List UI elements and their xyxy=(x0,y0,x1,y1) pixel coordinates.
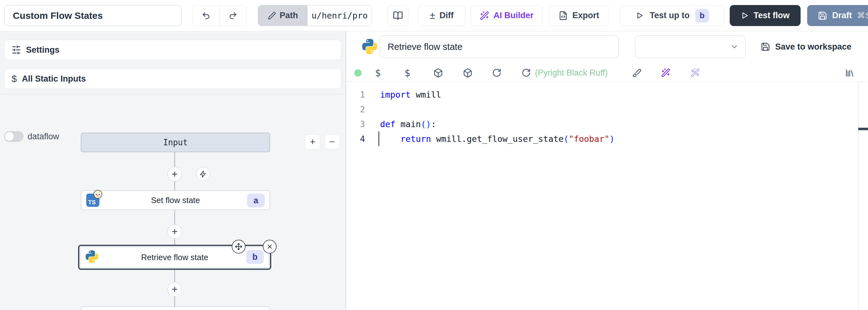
package-button[interactable] xyxy=(433,64,443,81)
code-line[interactable]: import wmill xyxy=(380,87,441,102)
export-label: Export xyxy=(572,11,599,20)
node-retrieve-flow-state-label: Retrieve flow state xyxy=(141,253,208,262)
zap-icon xyxy=(199,170,207,178)
step-name-input[interactable]: Retrieve flow state xyxy=(380,35,619,58)
package-icon xyxy=(463,68,472,78)
draft-save-button[interactable]: Draft ⌘S xyxy=(807,5,868,26)
play-icon xyxy=(636,11,644,20)
brush-icon xyxy=(632,68,642,78)
line-number: 4 xyxy=(346,132,365,146)
node-input[interactable]: Input xyxy=(81,133,270,152)
insert-step-button[interactable] xyxy=(167,167,182,181)
bun-runtime-icon xyxy=(93,190,102,199)
rotate-cw-icon xyxy=(522,68,531,78)
ai-builder-button[interactable]: AI Builder xyxy=(471,5,542,26)
path-value[interactable]: u/henri/pro xyxy=(308,5,372,26)
all-static-inputs-label: All Static Inputs xyxy=(22,74,86,84)
ai-builder-label: AI Builder xyxy=(494,11,534,20)
line-number: 3 xyxy=(346,117,365,132)
undo-icon xyxy=(202,11,210,20)
node-retrieve-flow-state-id-badge: b xyxy=(246,250,264,264)
insert-step-button[interactable] xyxy=(167,224,182,239)
node-result[interactable]: Result xyxy=(81,307,270,310)
move-node-button[interactable] xyxy=(232,240,246,254)
python-icon xyxy=(362,39,377,54)
code-editor[interactable]: 1234 import wmilldef main(): return wmil… xyxy=(346,81,868,310)
settings-button[interactable]: Settings xyxy=(4,40,341,60)
flow-title-value: Custom Flow States xyxy=(13,10,103,21)
plus-icon xyxy=(171,285,179,293)
package-icon xyxy=(433,68,443,78)
book-open-icon xyxy=(393,11,403,21)
node-input-label: Input xyxy=(163,138,188,147)
scrollbar-track[interactable] xyxy=(858,82,859,310)
script-version-select[interactable] xyxy=(635,35,745,58)
ai-assist-button[interactable] xyxy=(661,64,671,81)
package-button[interactable] xyxy=(463,64,472,81)
dollar-icon: $ xyxy=(11,74,17,84)
python-icon xyxy=(86,250,98,263)
save-icon xyxy=(761,42,770,52)
dollar-icon: $ xyxy=(375,67,381,79)
sliders-icon xyxy=(11,45,21,55)
docs-button[interactable] xyxy=(388,5,408,26)
save-to-workspace-label: Save to workspace xyxy=(775,42,851,52)
code-line[interactable]: def main(): xyxy=(380,117,436,132)
dataflow-toggle[interactable] xyxy=(4,131,24,142)
undo-redo-group xyxy=(192,5,247,26)
resources-button[interactable]: $ xyxy=(405,64,410,81)
reload-button[interactable] xyxy=(522,64,531,81)
wand-off-icon xyxy=(690,68,700,78)
graph-zoom-in-button[interactable]: + xyxy=(305,134,320,149)
test-up-to-label: Test up to xyxy=(650,11,689,20)
status-dot xyxy=(354,64,362,81)
reload-button[interactable] xyxy=(492,64,501,81)
test-flow-button[interactable]: Test flow xyxy=(730,5,801,26)
library-button[interactable] xyxy=(845,64,855,81)
test-up-to-button[interactable]: Test up to b xyxy=(620,5,724,26)
add-trigger-button[interactable] xyxy=(196,167,210,181)
code-assistants-label: (Pyright Black Ruff) xyxy=(535,64,608,81)
plus-icon xyxy=(171,228,179,235)
wand-sparkles-icon xyxy=(661,68,671,78)
save-to-workspace-button[interactable]: Save to workspace xyxy=(761,38,851,55)
node-set-flow-state-id-badge: a xyxy=(247,194,265,207)
chevron-down-icon xyxy=(730,43,739,51)
test-flow-label: Test flow xyxy=(753,11,789,20)
line-number: 2 xyxy=(346,102,365,117)
draft-shortcut: ⌘S xyxy=(857,11,868,20)
node-set-flow-state[interactable]: TS Set flow state a xyxy=(81,191,270,210)
graph-zoom-out-button[interactable]: − xyxy=(324,134,340,149)
plus-minus-icon: ± xyxy=(430,10,435,21)
play-icon xyxy=(741,11,749,20)
library-icon xyxy=(845,68,855,78)
diff-button[interactable]: ± Diff xyxy=(418,5,465,26)
plus-icon xyxy=(171,170,179,178)
dataflow-label: dataflow xyxy=(28,132,59,142)
toggle-knob xyxy=(5,132,14,141)
path-label: Path xyxy=(280,11,298,20)
rotate-cw-icon xyxy=(492,68,501,78)
variables-button[interactable]: $ xyxy=(375,64,381,81)
test-up-to-step-badge: b xyxy=(695,9,709,23)
export-button[interactable]: Export xyxy=(549,5,609,26)
line-number: 1 xyxy=(346,87,365,102)
delete-node-button[interactable] xyxy=(263,240,277,254)
insert-step-button[interactable] xyxy=(167,282,182,297)
top-toolbar: Custom Flow States Path u/henri/pro ± Di… xyxy=(0,0,868,31)
editor-toolbar: $ $ (Pyright Black Ruff) xyxy=(346,64,868,81)
redo-button[interactable] xyxy=(219,5,247,26)
overview-ruler-cursor-marker xyxy=(858,128,868,130)
path-edit-segment[interactable]: Path xyxy=(258,5,308,26)
flow-title-input[interactable]: Custom Flow States xyxy=(4,5,182,26)
undo-button[interactable] xyxy=(192,5,219,26)
ai-autocomplete-off-button[interactable] xyxy=(690,64,700,81)
flow-sidebar: Settings $ All Static Inputs dataflow + … xyxy=(0,31,346,310)
flow-editor-app: Custom Flow States Path u/henri/pro ± Di… xyxy=(0,0,868,310)
move-icon xyxy=(235,243,242,250)
all-static-inputs-button[interactable]: $ All Static Inputs xyxy=(4,69,341,89)
save-icon xyxy=(818,11,827,20)
format-button[interactable] xyxy=(632,64,642,81)
code-line[interactable]: return wmill.get_flow_user_state("foobar… xyxy=(380,132,615,146)
path-control[interactable]: Path u/henri/pro xyxy=(258,5,372,26)
